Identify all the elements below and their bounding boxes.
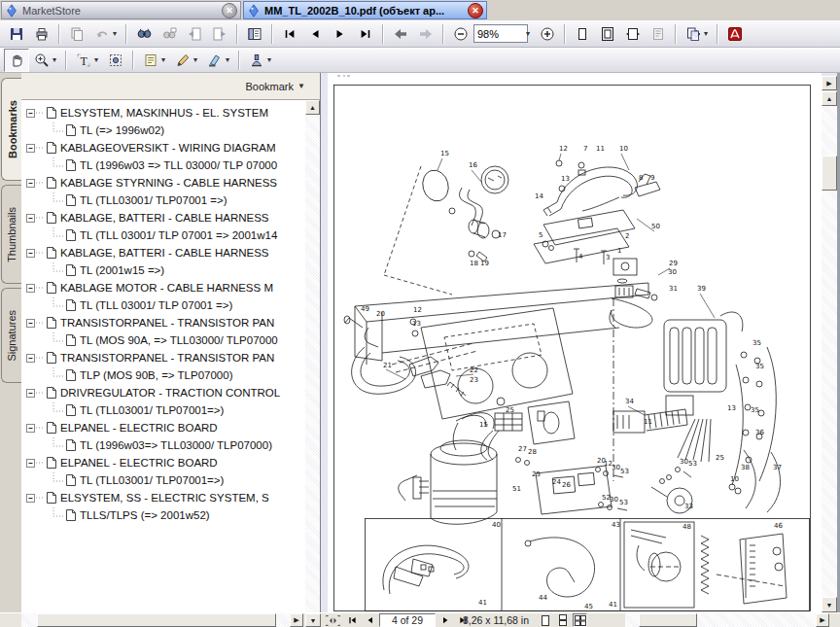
bookmark-label[interactable]: TL (1996w03 => TLL 03000/ TLP 07000 bbox=[80, 159, 277, 171]
find-button[interactable] bbox=[131, 22, 157, 46]
acrobat-button[interactable] bbox=[722, 22, 748, 46]
text-select-dropdown-icon[interactable]: ▾ bbox=[94, 55, 103, 64]
bookmark-label[interactable]: TL (TLL03001/ TLP07001=>) bbox=[80, 474, 224, 486]
facing-layout-button[interactable] bbox=[573, 613, 587, 627]
bookmark-subitem[interactable]: TL (TLL 03001/ TLP 07001 => 2001w14 bbox=[23, 226, 305, 244]
collapse-toggle-icon[interactable] bbox=[26, 109, 35, 118]
sign-tool-dropdown-icon[interactable]: ▾ bbox=[267, 55, 276, 64]
bookmark-item[interactable]: ELPANEL - ELECTRIC BOARD bbox=[23, 454, 305, 471]
next-page-button[interactable] bbox=[328, 22, 353, 46]
bookmark-label[interactable]: DRIVREGULATOR - TRACTION CONTROL bbox=[60, 387, 280, 399]
next-page-button[interactable] bbox=[438, 613, 453, 627]
bookmark-item[interactable]: KABLAGE STYRNING - CABLE HARNESS bbox=[23, 174, 305, 192]
bookmark-item[interactable]: KABLAGEOVERSIKT - WIRING DIAGRAM bbox=[23, 139, 305, 157]
bookmark-item[interactable]: ELSYSTEM, SS - ELECTRIC SYSTEM, S bbox=[23, 489, 305, 506]
bookmark-label[interactable]: ELPANEL - ELECTRIC BOARD bbox=[60, 457, 218, 469]
first-page-button[interactable] bbox=[344, 613, 360, 627]
last-page-button[interactable] bbox=[353, 22, 378, 46]
inactive-window-titlebar[interactable]: MarketStore ✕ bbox=[1, 1, 241, 19]
bookmark-label[interactable]: TL (TLL 03001/ TLP 07001 => 2001w14 bbox=[80, 229, 277, 241]
bookmark-item[interactable]: ELSYSTEM, MASKINHUS - EL. SYSTEM bbox=[23, 104, 305, 122]
bookmark-subitem[interactable]: TL (MOS 90A, => TLL03000/ TLP07000 bbox=[23, 331, 305, 349]
bookmark-item[interactable]: KABLAGE, BATTERI - CABLE HARNESS bbox=[23, 209, 305, 226]
scroll-up-icon[interactable]: ▲ bbox=[822, 91, 837, 106]
text-select-tool-button[interactable]: T bbox=[71, 49, 96, 72]
scroll-up-icon[interactable]: ▲ bbox=[305, 100, 320, 115]
bookmark-menu-dropdown-icon[interactable]: ▼ bbox=[298, 82, 306, 90]
create-pdf-dropdown-icon[interactable]: ▾ bbox=[704, 29, 713, 38]
undo-button[interactable] bbox=[89, 22, 115, 46]
bookmarks-panel-header[interactable]: Bookmark ▼ bbox=[21, 73, 320, 100]
fit-width-button[interactable] bbox=[620, 22, 646, 46]
create-pdf-button[interactable] bbox=[681, 22, 706, 46]
bookmark-item[interactable]: ELPANEL - ELECTRIC BOARD bbox=[23, 419, 305, 436]
collapse-toggle-icon[interactable] bbox=[26, 284, 35, 293]
doc-hscroll-thumb[interactable] bbox=[639, 613, 697, 627]
pencil-tool-dropdown-icon[interactable]: ▾ bbox=[193, 55, 202, 64]
next-view-button[interactable] bbox=[207, 22, 232, 46]
tab-thumbnails[interactable]: Thumbnails bbox=[1, 185, 21, 284]
bookmark-item[interactable]: TRANSISTORPANEL - TRANSISTOR PAN bbox=[23, 349, 305, 366]
reflow-button[interactable] bbox=[646, 22, 671, 46]
bm-hscroll-thumb[interactable] bbox=[37, 613, 276, 627]
note-tool-dropdown-icon[interactable]: ▾ bbox=[161, 55, 170, 64]
continuous-layout-button[interactable] bbox=[555, 613, 570, 627]
bookmark-label[interactable]: ELSYSTEM, SS - ELECTRIC SYSTEM, S bbox=[60, 492, 269, 504]
collapse-toggle-icon[interactable] bbox=[26, 179, 35, 188]
bookmark-label[interactable]: TL (MOS 90A, => TLL03000/ TLP07000 bbox=[80, 334, 278, 346]
go-back-button[interactable] bbox=[388, 22, 413, 46]
hand-tool-button[interactable] bbox=[4, 49, 29, 72]
sign-tool-button[interactable] bbox=[244, 49, 269, 72]
bookmark-subitem[interactable]: TLP (MOS 90B, => TLP07000) bbox=[23, 366, 305, 384]
bookmark-label[interactable]: KABLAGEOVERSIKT - WIRING DIAGRAM bbox=[60, 142, 276, 154]
bookmark-label[interactable]: ELSYSTEM, MASKINHUS - EL. SYSTEM bbox=[60, 107, 268, 119]
bookmark-label[interactable]: KABLAGE MOTOR - CABLE HARNESS M bbox=[60, 282, 273, 294]
bookmark-item[interactable]: KABLAGE, BATTERI - CABLE HARNESS bbox=[23, 244, 305, 261]
zoom-out-button[interactable] bbox=[448, 22, 473, 46]
bookmark-label[interactable]: KABLAGE, BATTERI - CABLE HARNESS bbox=[60, 247, 269, 259]
highlighter-dropdown-icon[interactable]: ▾ bbox=[226, 55, 234, 64]
vscroll-thumb[interactable] bbox=[822, 156, 837, 191]
zoom-tool-dropdown-icon[interactable]: ▾ bbox=[52, 55, 61, 64]
note-tool-button[interactable] bbox=[138, 49, 163, 72]
doc-hscroll-right-icon[interactable]: ▶ bbox=[816, 613, 829, 627]
bookmark-subitem[interactable]: TL (TLL03001/ TLP07001=>) bbox=[23, 471, 305, 489]
bookmark-label[interactable]: KABLAGE STYRNING - CABLE HARNESS bbox=[60, 177, 277, 189]
zoom-in-button[interactable] bbox=[535, 22, 560, 46]
document-vertical-scrollbar[interactable]: ▶ ▲ ▼ bbox=[822, 73, 837, 612]
toggle-panel-button[interactable] bbox=[324, 613, 341, 627]
bookmark-subitem[interactable]: TL (2001w15 =>) bbox=[23, 261, 305, 279]
highlighter-tool-button[interactable] bbox=[202, 49, 228, 72]
tab-bookmarks[interactable]: Bookmarks bbox=[1, 78, 22, 181]
single-page-layout-button[interactable] bbox=[538, 613, 552, 627]
collapse-toggle-icon[interactable] bbox=[26, 494, 35, 503]
bookmark-subitem[interactable]: TLLS/TLPS (=> 2001w52) bbox=[23, 506, 305, 524]
bookmark-label[interactable]: TL (2001w15 =>) bbox=[80, 264, 164, 276]
bookmark-item[interactable]: DRIVREGULATOR - TRACTION CONTROL bbox=[23, 384, 305, 401]
close-icon[interactable]: ✕ bbox=[222, 3, 237, 18]
collapse-toggle-icon[interactable] bbox=[26, 249, 35, 258]
bm-hscroll-right-icon[interactable]: ▶ bbox=[290, 613, 303, 627]
collapse-toggle-icon[interactable] bbox=[26, 214, 35, 223]
zoom-level-input[interactable] bbox=[473, 24, 528, 43]
navigation-panels-button[interactable] bbox=[242, 22, 267, 46]
bookmark-label[interactable]: ELPANEL - ELECTRIC BOARD bbox=[60, 422, 218, 434]
scroll-down-icon[interactable]: ▼ bbox=[822, 597, 837, 612]
page-indicator[interactable]: 4 of 29 bbox=[379, 613, 436, 627]
tab-signatures[interactable]: Signatures bbox=[1, 288, 21, 383]
collapse-toggle-icon[interactable] bbox=[26, 144, 35, 153]
search-button[interactable] bbox=[157, 22, 182, 46]
previous-page-button[interactable] bbox=[362, 613, 377, 627]
actual-size-button[interactable] bbox=[570, 22, 595, 46]
bookmark-label[interactable]: TRANSISTORPANEL - TRANSISTOR PAN bbox=[60, 352, 274, 364]
fit-page-button[interactable] bbox=[595, 22, 620, 46]
bookmarks-vertical-scrollbar[interactable]: ▲ bbox=[305, 100, 320, 612]
collapse-toggle-icon[interactable] bbox=[26, 424, 35, 433]
bookmark-subitem[interactable]: TL (1996w03=> TLL03000/ TLP07000) bbox=[23, 436, 305, 454]
collapse-toggle-icon[interactable] bbox=[26, 459, 35, 468]
bookmark-item[interactable]: KABLAGE MOTOR - CABLE HARNESS M bbox=[23, 279, 305, 296]
collapse-toggle-icon[interactable] bbox=[26, 354, 35, 363]
bookmark-label[interactable]: TL (TLL03001/ TLP07001=>) bbox=[80, 404, 224, 416]
zoom-tool-button[interactable] bbox=[29, 49, 54, 72]
bookmark-subitem[interactable]: TL (TLL03001/ TLP07001=>) bbox=[23, 401, 305, 419]
